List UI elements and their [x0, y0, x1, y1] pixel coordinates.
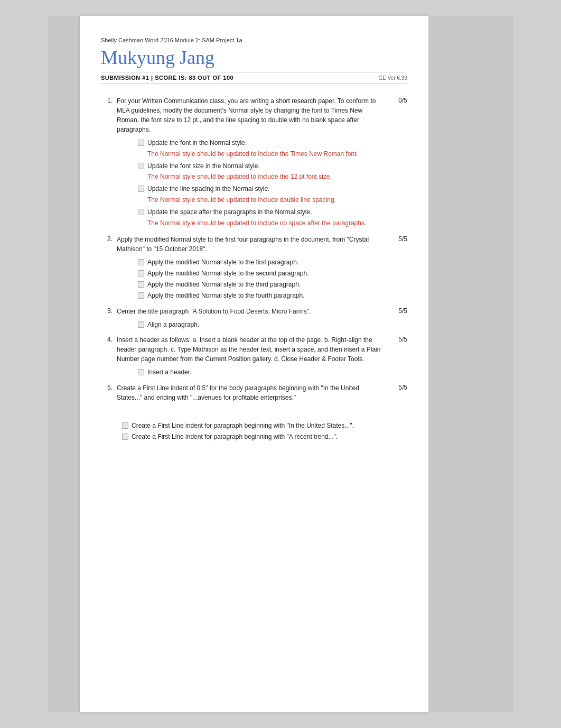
checkbox-1-3[interactable] [138, 186, 144, 192]
question-body-5: Create a First Line indent of 0.5" for t… [117, 383, 384, 407]
question-number-5: 5. [101, 383, 113, 407]
question-4: 4.Insert a header as follows: a. Insert … [101, 335, 407, 379]
checkbox-2-2[interactable] [138, 270, 144, 277]
right-sidebar [428, 16, 513, 712]
sub-item-label-4-1: Insert a header. [147, 368, 191, 377]
sub-item-2-1: Apply the modified Normal style to the f… [117, 258, 384, 267]
left-sidebar [48, 16, 80, 712]
bottom-sub-item-label-1: Create a First Line indent for paragraph… [132, 421, 354, 430]
sub-item-label-3-1: Align a paragraph. [147, 320, 199, 329]
sub-item-feedback-1-1: The Normal style should be updated to in… [117, 150, 384, 159]
question-3: 3.Center the title paragraph "A Solution… [101, 307, 407, 331]
question-2: 2.Apply the modified Normal style to the… [101, 235, 407, 302]
submission-text: SUBMISSION #1 | SCORE IS: 83 OUT OF 100 [101, 75, 233, 81]
sub-item-1-2: Update the font size in the Normal style… [117, 162, 384, 171]
checkbox-2-3[interactable] [138, 281, 144, 288]
question-5: 5.Create a First Line indent of 0.5" for… [101, 383, 407, 407]
sub-item-1-1: Update the font in the Normal style. [117, 139, 384, 148]
score-3: 5/5 [388, 307, 407, 331]
sub-item-2-3: Apply the modified Normal style to the t… [117, 280, 384, 289]
question-body-2: Apply the modified Normal style to the f… [117, 235, 384, 302]
doc-title: Mukyung Jang [101, 47, 407, 69]
checkbox-2-1[interactable] [138, 259, 144, 265]
checkbox-2-4[interactable] [138, 292, 144, 299]
question-text-5: Create a First Line indent of 0.5" for t… [117, 383, 384, 402]
checkbox-3-1[interactable] [138, 321, 144, 328]
bottom-sub-item-label-2: Create a First Line indent for paragraph… [132, 432, 338, 441]
submission-row: SUBMISSION #1 | SCORE IS: 83 OUT OF 100 … [101, 72, 407, 84]
question-text-2: Apply the modified Normal style to the f… [117, 235, 384, 254]
question-body-4: Insert a header as follows: a. Insert a … [117, 335, 384, 379]
sub-item-label-1-4: Update the space after the paragraphs in… [147, 208, 312, 217]
question-text-1: For your Written Communication class, yo… [117, 96, 384, 134]
bottom-sub-item-1: Create a First Line indent for paragraph… [101, 421, 407, 430]
score-1: 0/5 [388, 96, 407, 231]
question-1: 1.For your Written Communication class, … [101, 96, 407, 231]
question-body-1: For your Written Communication class, yo… [117, 96, 384, 231]
sub-item-label-1-1: Update the font in the Normal style. [147, 139, 247, 148]
sub-item-feedback-1-3: The Normal style should be updated to in… [117, 196, 384, 205]
checkbox-1-1[interactable] [138, 140, 144, 146]
question-number-4: 4. [101, 335, 113, 379]
question-number-2: 2. [101, 235, 113, 302]
score-2: 5/5 [388, 235, 407, 302]
main-content: Shelly Cashman Word 2016 Module 2: SAM P… [5, 16, 556, 712]
sub-item-1-3: Update the line spacing in the Normal st… [117, 185, 384, 193]
doc-subtitle: Shelly Cashman Word 2016 Module 2: SAM P… [101, 37, 407, 43]
question-number-1: 1. [101, 96, 113, 231]
sub-item-1-4: Update the space after the paragraphs in… [117, 208, 384, 217]
sub-item-feedback-1-4: The Normal style should be updated to in… [117, 219, 384, 228]
sub-item-label-1-3: Update the line spacing in the Normal st… [147, 185, 269, 193]
checkbox-1-4[interactable] [138, 209, 144, 215]
bottom-sub-item-2: Create a First Line indent for paragraph… [101, 432, 407, 441]
sub-item-3-1: Align a paragraph. [117, 320, 384, 329]
sub-item-2-2: Apply the modified Normal style to the s… [117, 269, 384, 278]
version-text: GE Ver 6.39 [379, 75, 407, 81]
checkbox-1-2[interactable] [138, 163, 144, 169]
score-4: 5/5 [388, 335, 407, 379]
bottom-items-container: Create a First Line indent for paragraph… [101, 421, 407, 441]
sub-item-label-2-4: Apply the modified Normal style to the f… [147, 291, 305, 300]
score-5: 5/5 [388, 383, 407, 407]
page-container: Shelly Cashman Word 2016 Module 2: SAM P… [0, 0, 561, 728]
question-text-4: Insert a header as follows: a. Insert a … [117, 335, 384, 364]
sub-item-feedback-1-2: The Normal style should be updated to in… [117, 172, 384, 181]
checkbox-4-1[interactable] [138, 369, 144, 375]
sub-item-label-2-1: Apply the modified Normal style to the f… [147, 258, 298, 267]
sub-item-label-2-2: Apply the modified Normal style to the s… [147, 269, 309, 278]
question-number-3: 3. [101, 307, 113, 331]
sub-item-label-1-2: Update the font size in the Normal style… [147, 162, 260, 171]
question-body-3: Center the title paragraph "A Solution t… [117, 307, 384, 331]
sub-item-2-4: Apply the modified Normal style to the f… [117, 291, 384, 300]
question-text-3: Center the title paragraph "A Solution t… [117, 307, 384, 316]
document-area: Shelly Cashman Word 2016 Module 2: SAM P… [80, 16, 428, 712]
sub-item-4-1: Insert a header. [117, 368, 384, 377]
bottom-checkbox-1[interactable] [122, 422, 128, 429]
bottom-checkbox-2[interactable] [122, 434, 128, 440]
sub-item-label-2-3: Apply the modified Normal style to the t… [147, 280, 301, 289]
questions-container: 1.For your Written Communication class, … [101, 96, 407, 411]
